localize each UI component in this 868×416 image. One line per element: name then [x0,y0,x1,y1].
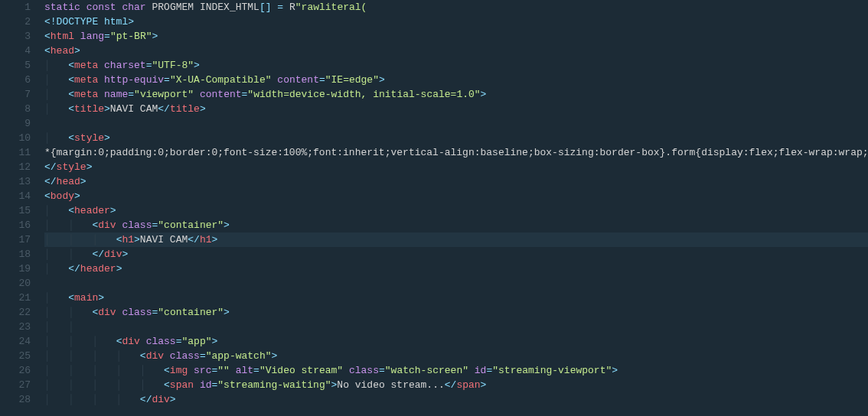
code-line[interactable]: </head> [44,174,868,189]
line-number: 3 [0,29,31,44]
line-number: 4 [0,44,31,58]
code-line[interactable]: │ │ │ <h1>NAVI CAM</h1> [44,232,868,247]
code-line[interactable]: <head> [44,44,868,58]
line-number: 5 [0,58,31,73]
code-line[interactable]: │ <meta charset="UTF-8"> [44,58,868,73]
line-number: 1 [0,0,31,15]
code-line[interactable]: │ │ │ │ <div class="app-watch"> [44,349,868,363]
line-number: 26 [0,363,31,378]
line-number: 25 [0,349,31,363]
code-line[interactable]: <body> [44,189,868,203]
code-line[interactable]: │ │ </div> [44,247,868,262]
line-number: 12 [0,160,31,174]
code-line[interactable]: │ │ │ │ │ <span id="streaming-waiting">N… [44,378,868,392]
line-number: 9 [0,116,31,131]
code-area[interactable]: static const char PROGMEM INDEX_HTML[] =… [44,0,868,416]
line-number: 24 [0,334,31,349]
line-number: 21 [0,291,31,305]
code-line[interactable] [44,116,868,131]
line-number: 17 [0,232,31,247]
line-number: 28 [0,392,31,407]
line-number: 6 [0,73,31,87]
code-line[interactable]: │ │ │ │ │ <img src="" alt="Video stream"… [44,363,868,378]
code-line[interactable]: │ <header> [44,203,868,218]
code-line[interactable]: *{margin:0;padding:0;border:0;font-size:… [44,145,868,160]
code-line[interactable]: │ <meta name="viewport" content="width=d… [44,87,868,102]
line-number: 27 [0,378,31,392]
code-line[interactable]: │ │ <div class="container"> [44,218,868,232]
line-number: 7 [0,87,31,102]
code-line[interactable]: │ │ <div class="container"> [44,305,868,320]
line-number: 20 [0,276,31,291]
code-line[interactable]: │ <main> [44,291,868,305]
line-number: 14 [0,189,31,203]
code-line[interactable]: │ │ │ │ </div> [44,392,868,407]
code-line[interactable]: </style> [44,160,868,174]
code-line[interactable]: <!DOCTYPE html> [44,15,868,29]
code-line[interactable]: │ <title>NAVI CAM</title> [44,102,868,116]
line-number: 8 [0,102,31,116]
code-line[interactable]: <html lang="pt-BR"> [44,29,868,44]
line-number: 10 [0,131,31,145]
line-number: 18 [0,247,31,262]
code-line[interactable]: │ </header> [44,262,868,276]
line-number: 22 [0,305,31,320]
line-number: 15 [0,203,31,218]
line-number: 13 [0,174,31,189]
code-line[interactable] [44,276,868,291]
code-line[interactable]: │ <style> [44,131,868,145]
line-number: 2 [0,15,31,29]
code-line[interactable]: │ │ │ <div class="app"> [44,334,868,349]
line-number: 16 [0,218,31,232]
code-editor[interactable]: 1234567891011121314151617181920212223242… [0,0,868,416]
line-number: 19 [0,262,31,276]
code-line[interactable]: static const char PROGMEM INDEX_HTML[] =… [44,0,868,15]
line-number: 11 [0,145,31,160]
line-number: 23 [0,320,31,334]
code-line[interactable]: │ │ [44,320,868,334]
line-number-gutter: 1234567891011121314151617181920212223242… [0,0,44,416]
code-line[interactable]: │ <meta http-equiv="X-UA-Compatible" con… [44,73,868,87]
